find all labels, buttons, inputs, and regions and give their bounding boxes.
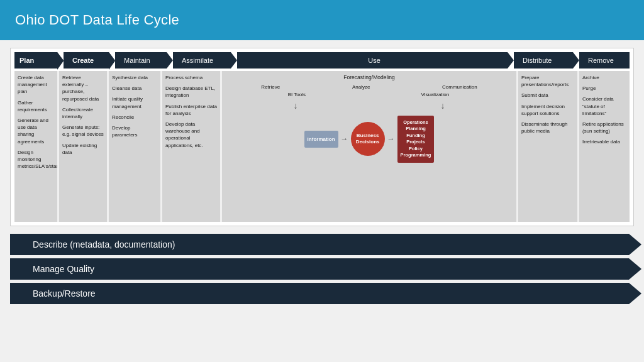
phase-header-distribute: Distribute (514, 52, 573, 69)
assimilate-item-1: Process schema (165, 74, 217, 81)
retrieve-label: Retrieve (261, 84, 280, 90)
phase-content-create: Retrieve externally – purchase, repurpos… (59, 71, 107, 222)
describe-bar: Describe (metadata, documentation) (10, 234, 629, 255)
phase-content-remove: Archive Purge Consider data "statute of … (579, 71, 630, 222)
lifecycle-diagram: Plan Create Maintain Assimilate Use (10, 48, 634, 226)
plan-item-4: Design monitoring metrics/SLA's/standard… (18, 149, 54, 170)
page-title: Ohio DOT Data Life Cycle (15, 12, 179, 28)
assimilate-item-2: Design database ETL, integration (165, 85, 217, 99)
remove-item-5: Irretrievable data (582, 138, 626, 145)
bi-tools-label: BI Tools (283, 91, 306, 98)
create-item-3: Generate inputs: e.g. signal devices (62, 124, 104, 138)
header: Ohio DOT Data Life Cycle (0, 0, 644, 40)
phase-header-use: Use (237, 52, 508, 69)
maintain-item-4: Reconcile (112, 114, 157, 121)
visualization-label: Visualization (421, 91, 455, 98)
remove-item-3: Consider data "statute of limitations" (582, 96, 626, 117)
phase-header-assimilate: Assimilate (173, 52, 231, 69)
phase-content-plan: Create data management plan Gather requi… (14, 71, 57, 222)
plan-item-3: Generate and use data sharing agreements (18, 117, 54, 145)
backup-restore-bar: Backup/Restore (10, 283, 629, 304)
information-box: Information (304, 131, 338, 148)
manage-quality-label: Manage Quality (33, 264, 94, 274)
phase-content-use: Forecasting/Modeling Retrieve Analyze Co… (222, 71, 516, 222)
create-item-1: Retrieve externally – purchase, repurpos… (62, 74, 104, 102)
assimilate-item-4: Develop data warehouse and operational a… (165, 121, 217, 149)
forecasting-label: Forecasting/Modeling (225, 74, 513, 82)
operations-box: OperationsPlanningFundingProjectsPolicyP… (397, 116, 435, 163)
assimilate-item-3: Publish enterprise data for analysis (165, 103, 217, 117)
remove-item-1: Archive (582, 74, 626, 81)
backup-restore-label: Backup/Restore (33, 288, 96, 299)
maintain-item-3: Initiate quality management (112, 96, 157, 109)
maintain-item-1: Synthesize data (112, 74, 157, 81)
bottom-bars: Describe (metadata, documentation) Manag… (10, 234, 634, 304)
phase-header-create: Create (64, 52, 109, 69)
distribute-item-1: Prepare presentations/reports (521, 74, 574, 88)
distribute-item-3: Implement decision support solutions (521, 103, 574, 117)
maintain-item-5: Develop parameters (112, 124, 157, 138)
analyze-label: Analyze (352, 84, 370, 90)
maintain-item-2: Cleanse data (112, 85, 157, 92)
remove-item-2: Purge (582, 85, 626, 92)
phase-header-plan: Plan (14, 52, 57, 69)
describe-label: Describe (metadata, documentation) (33, 239, 175, 250)
phase-content-distribute: Prepare presentations/reports Submit dat… (518, 71, 577, 222)
communication-label: Communication (442, 84, 477, 90)
create-item-2: Collect/create internally (62, 106, 104, 120)
business-decisions-circle: Business Decisions (351, 122, 385, 156)
manage-quality-bar: Manage Quality (10, 258, 629, 280)
create-item-4: Update existing data (62, 142, 104, 156)
distribute-item-2: Submit data (521, 92, 574, 99)
phase-content-assimilate: Process schema Design database ETL, inte… (162, 71, 220, 222)
plan-item-2: Gather requirements (18, 99, 54, 113)
remove-item-4: Retire applications (sun setting) (582, 121, 626, 134)
phase-header-remove: Remove (579, 52, 630, 69)
plan-item-1: Create data management plan (18, 74, 54, 96)
distribute-item-4: Disseminate through public media (521, 121, 574, 134)
phase-content-maintain: Synthesize data Cleanse data Initiate qu… (109, 71, 160, 222)
phase-header-maintain: Maintain (115, 52, 167, 69)
